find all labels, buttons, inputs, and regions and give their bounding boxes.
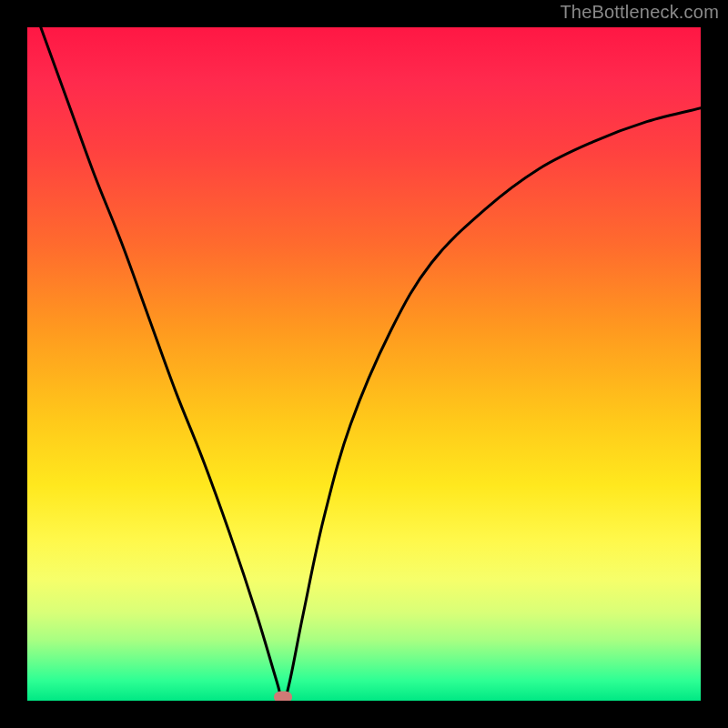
chart-frame: TheBottleneck.com: [0, 0, 728, 728]
watermark-text: TheBottleneck.com: [560, 2, 719, 23]
optimum-marker: [274, 692, 292, 701]
plot-area: [27, 27, 701, 701]
bottleneck-curve: [27, 27, 701, 701]
